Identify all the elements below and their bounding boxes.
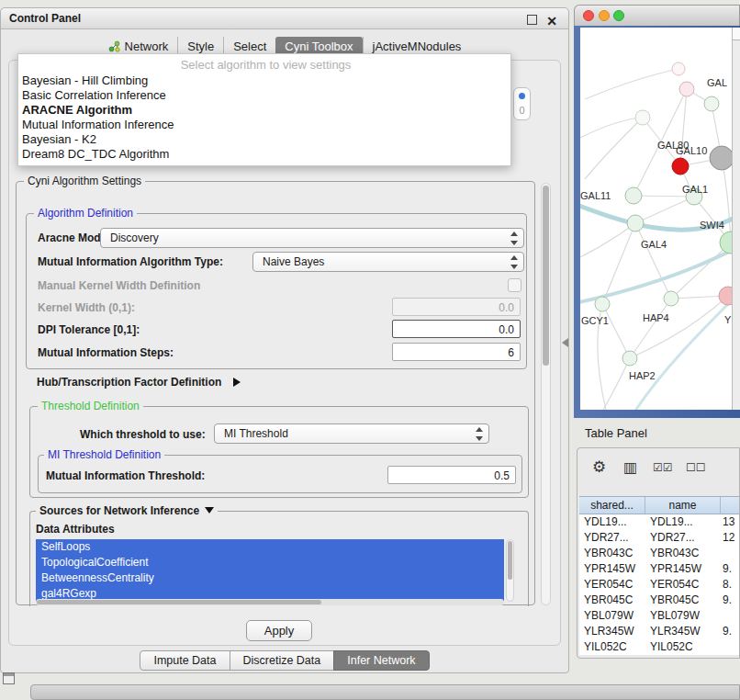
node-label[interactable]: HAP4: [643, 312, 669, 323]
mi-threshold-group-title: MI Threshold Definition: [44, 448, 164, 461]
dpi-tolerance-input[interactable]: 0.0: [392, 320, 521, 338]
mi-threshold-label: Mutual Information Threshold:: [46, 469, 205, 482]
dropdown-option[interactable]: Dream8 DC_TDC Algorithm: [21, 147, 510, 162]
node-label[interactable]: GAL11: [580, 190, 611, 201]
table-row[interactable]: YER054CYER054C8.: [579, 577, 740, 593]
column-header[interactable]: [721, 497, 740, 514]
which-threshold-value: MI Threshold: [224, 427, 288, 440]
mi-threshold-input[interactable]: 0.5: [387, 466, 516, 484]
node-label[interactable]: HAP2: [629, 370, 656, 381]
node-label[interactable]: GCY1: [581, 315, 609, 326]
attributes-horizontal-scrollbar[interactable]: [36, 599, 504, 605]
table-row[interactable]: YDL19...YDL19...13: [579, 514, 740, 530]
scrollbar-thumb[interactable]: [543, 186, 549, 366]
list-item[interactable]: TopologicalCoefficient: [36, 555, 504, 570]
dropdown-option[interactable]: Basic Correlation Inference: [21, 88, 510, 103]
gear-icon[interactable]: ⚙: [592, 457, 606, 477]
cyni-algorithm-settings-group: Cyni Algorithm Settings Algorithm Defini…: [16, 181, 535, 605]
dropdown-option-selected[interactable]: ARACNE Algorithm: [21, 103, 510, 118]
table-row[interactable]: YBR045CYBR045C9.: [579, 593, 740, 608]
algorithm-definition-title: Algorithm Definition: [34, 207, 137, 220]
network-node[interactable]: [679, 82, 694, 96]
dropdown-option[interactable]: Bayesian - Hill Climbing: [21, 73, 510, 88]
node-label[interactable]: GAL1: [682, 184, 708, 195]
tab-label: Cyni Toolbox: [285, 40, 353, 53]
float-window-icon[interactable]: [527, 15, 537, 25]
scrollbar-thumb[interactable]: [508, 541, 512, 580]
kernel-width-label: Kernel Width (0,1):: [38, 301, 135, 314]
aracne-mode-value: Discovery: [110, 231, 159, 244]
network-window-titlebar[interactable]: [574, 5, 740, 26]
table-row[interactable]: YIL052CYIL052C: [579, 639, 740, 655]
dropdown-option[interactable]: Mutual Information Inference: [21, 118, 510, 132]
list-item[interactable]: BetweennessCentrality: [36, 570, 504, 586]
dpi-tolerance-label: DPI Tolerance [0,1]:: [38, 323, 140, 336]
node-gal10-red[interactable]: [672, 158, 689, 175]
tab-infer-network[interactable]: Infer Network: [333, 650, 429, 671]
partially-hidden-spinner[interactable]: 0: [513, 87, 531, 120]
hub-definition-expander[interactable]: Hub/Transcription Factor Definition: [37, 373, 241, 390]
tab-label: Select: [233, 40, 266, 53]
node-gal11[interactable]: [625, 187, 642, 204]
network-node[interactable]: [672, 62, 685, 75]
scrollbar-button[interactable]: [733, 28, 740, 40]
tab-impute-data[interactable]: Impute Data: [140, 650, 230, 671]
close-button[interactable]: [583, 10, 594, 21]
mi-threshold-group: MI Threshold Definition Mutual Informati…: [38, 455, 522, 493]
node-hap4[interactable]: [664, 291, 678, 306]
table-row[interactable]: YLR345WYLR345W9.: [579, 624, 740, 639]
list-item[interactable]: SelfLoops: [36, 539, 504, 555]
table-row[interactable]: YBL079WYBL079W: [579, 608, 740, 624]
zoom-button[interactable]: [613, 10, 624, 21]
threshold-definition-title: Threshold Definition: [38, 400, 143, 412]
network-canvas[interactable]: GAL GAL80 GAL10 GAL11 GAL1 SWI4 GAL4 GCY…: [580, 28, 732, 410]
tab-discretize-data[interactable]: Discretize Data: [230, 650, 335, 671]
column-header[interactable]: shared...: [579, 497, 645, 514]
apply-button[interactable]: Apply: [246, 620, 312, 641]
close-icon[interactable]: ✕: [546, 11, 557, 32]
kernel-width-input[interactable]: 0.0: [392, 298, 521, 316]
network-node[interactable]: [635, 110, 650, 125]
collapsed-panel-bar[interactable]: [30, 684, 740, 700]
node-label[interactable]: GAL10: [676, 145, 707, 156]
table-header: shared... name: [579, 496, 740, 514]
spinner-value: 0: [519, 105, 524, 116]
node-label[interactable]: SWI4: [700, 220, 724, 231]
node-hap2[interactable]: [622, 351, 637, 366]
which-threshold-select[interactable]: MI Threshold: [214, 423, 489, 444]
control-panel-titlebar[interactable]: Control Panel ✕: [1, 8, 568, 29]
settings-vertical-scrollbar[interactable]: [541, 183, 551, 605]
mi-algorithm-type-select[interactable]: Naive Bayes: [252, 252, 524, 272]
node-label[interactable]: GAL4: [641, 239, 667, 250]
network-vertical-scrollbar[interactable]: [732, 28, 740, 410]
threshold-definition-group: Threshold Definition Which threshold to …: [29, 406, 529, 498]
table-row[interactable]: YDR27...YDR27...12: [579, 530, 740, 546]
which-threshold-label: Which threshold to use:: [80, 428, 206, 441]
scrollbar-thumb[interactable]: [37, 600, 321, 604]
restore-panel-icon[interactable]: [3, 672, 15, 684]
manual-kernel-checkbox[interactable]: [508, 278, 521, 292]
node-gcy1[interactable]: [595, 297, 610, 311]
select-all-icon[interactable]: ☑☑: [653, 461, 673, 474]
tab-label: Style: [187, 40, 214, 53]
node-gal4[interactable]: [627, 215, 644, 231]
node-swi4-green[interactable]: [720, 231, 732, 254]
minimize-button[interactable]: [599, 10, 610, 21]
columns-icon[interactable]: ▥: [623, 458, 637, 476]
node-label[interactable]: GAL: [707, 77, 727, 88]
node-gal[interactable]: [704, 96, 719, 111]
table-panel-title: Table Panel: [585, 426, 647, 440]
table-row[interactable]: YBR043CYBR043C: [579, 546, 740, 561]
node-large-gray[interactable]: [710, 146, 732, 170]
aracne-mode-select[interactable]: Discovery: [100, 228, 524, 248]
dropdown-option[interactable]: Bayesian - K2: [21, 132, 510, 147]
deselect-all-icon[interactable]: ☐☐: [686, 461, 706, 474]
splitter-collapse-arrow[interactable]: [562, 338, 568, 347]
mi-steps-label: Mutual Information Steps:: [38, 346, 174, 359]
attributes-vertical-scrollbar[interactable]: [506, 539, 514, 602]
mi-steps-input[interactable]: 6: [392, 343, 521, 361]
sources-expander[interactable]: Sources for Network Inference: [36, 504, 218, 517]
node-label[interactable]: Y: [724, 314, 732, 325]
column-header[interactable]: name: [645, 497, 721, 514]
table-row[interactable]: YPR145WYPR145W9.: [579, 561, 740, 577]
